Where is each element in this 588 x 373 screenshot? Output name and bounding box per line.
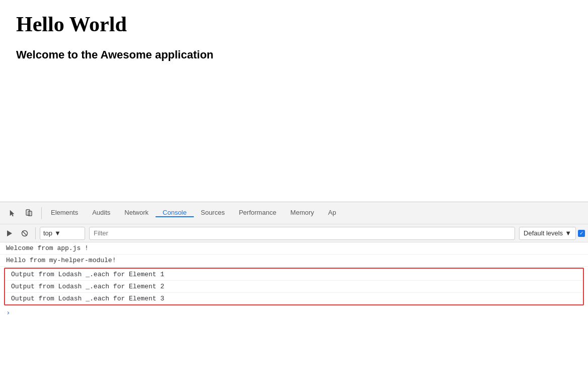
default-levels-label: Default levels (524, 229, 563, 237)
tab-network[interactable]: Network (117, 209, 156, 217)
device-toolbar-icon[interactable] (21, 206, 36, 221)
tab-sources[interactable]: Sources (194, 209, 232, 217)
tab-memory[interactable]: Memory (283, 209, 321, 217)
default-levels-button[interactable]: Default levels ▼ (519, 227, 576, 240)
devtools-tabs: Elements Audits Network Console Sources … (44, 209, 586, 217)
console-toolbar: top ▼ Default levels ▼ ✓ (0, 224, 588, 242)
svg-marker-2 (7, 230, 12, 236)
console-line-3: Output from Lodash _.each for Element 1 (5, 269, 583, 281)
console-prompt-icon: › (6, 308, 10, 317)
console-input-line: › (0, 306, 588, 319)
console-divider (35, 227, 36, 239)
run-script-icon[interactable] (3, 227, 16, 240)
tab-audits[interactable]: Audits (85, 209, 117, 217)
toolbar-divider (41, 207, 42, 219)
tab-console[interactable]: Console (156, 209, 194, 217)
tab-application[interactable]: Ap (321, 209, 343, 217)
filter-input[interactable] (89, 227, 515, 240)
tab-performance[interactable]: Performance (232, 209, 283, 217)
console-line-1: Welcome from app.js ! (0, 242, 588, 255)
page-content: Hello World Welcome to the Awesome appli… (0, 0, 588, 202)
console-output: Welcome from app.js ! Hello from my-help… (0, 242, 588, 373)
context-chevron-icon: ▼ (54, 229, 61, 237)
inspector-icon[interactable] (5, 206, 20, 221)
page-subtitle: Welcome to the Awesome application (16, 48, 572, 61)
clear-console-icon[interactable] (18, 227, 31, 240)
devtools-tab-bar: Elements Audits Network Console Sources … (0, 202, 588, 224)
page-title: Hello World (16, 12, 572, 36)
console-line-5: Output from Lodash _.each for Element 3 (5, 293, 583, 304)
checkbox-checked[interactable]: ✓ (578, 230, 585, 237)
context-select[interactable]: top ▼ (40, 227, 85, 240)
context-label: top (43, 229, 52, 237)
toolbar-icon-group (2, 206, 39, 221)
svg-line-4 (23, 231, 27, 235)
console-line-4: Output from Lodash _.each for Element 2 (5, 281, 583, 293)
console-highlighted-group: Output from Lodash _.each for Element 1 … (4, 268, 584, 305)
tab-elements[interactable]: Elements (44, 209, 85, 217)
console-line-2: Hello from my-helper-module! (0, 255, 588, 267)
devtools-panel: Elements Audits Network Console Sources … (0, 202, 588, 373)
levels-chevron-icon: ▼ (565, 229, 571, 237)
